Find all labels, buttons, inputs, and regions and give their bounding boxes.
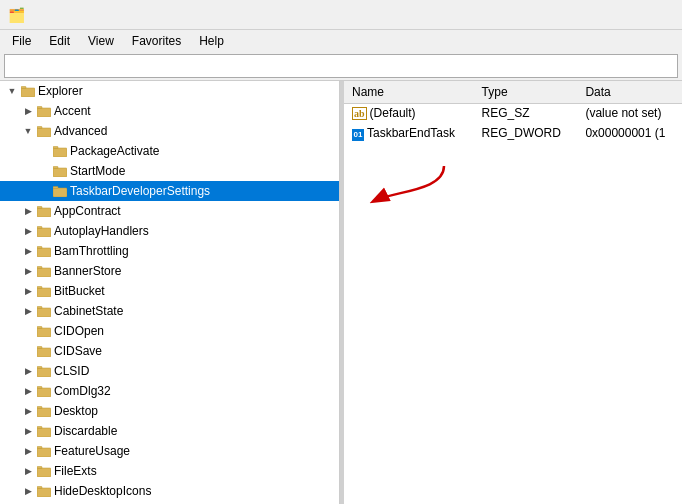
menu-item-view[interactable]: View bbox=[80, 32, 122, 50]
tree-item-taskbardevelopersettings[interactable]: TaskbarDeveloperSettings bbox=[0, 181, 339, 201]
minimize-button[interactable] bbox=[532, 5, 578, 25]
svg-rect-41 bbox=[37, 347, 42, 349]
registry-row-1[interactable]: 01TaskbarEndTask REG_DWORD 0x00000001 (1 bbox=[344, 123, 682, 143]
expand-icon-clsid[interactable] bbox=[20, 363, 36, 379]
svg-rect-45 bbox=[37, 388, 51, 397]
svg-rect-48 bbox=[37, 408, 51, 417]
tree-label-discardable: Discardable bbox=[54, 424, 117, 438]
svg-rect-8 bbox=[37, 127, 42, 129]
tree-item-appcontract[interactable]: AppContract bbox=[0, 201, 339, 221]
expand-icon-cabinetstate[interactable] bbox=[20, 303, 36, 319]
svg-rect-30 bbox=[37, 288, 51, 297]
tree-item-clsid[interactable]: CLSID bbox=[0, 361, 339, 381]
svg-rect-59 bbox=[37, 467, 42, 469]
tree-item-discardable[interactable]: Discardable bbox=[0, 421, 339, 441]
svg-rect-5 bbox=[37, 107, 42, 109]
svg-rect-15 bbox=[53, 188, 67, 197]
tree-item-bamthrottling[interactable]: BamThrottling bbox=[0, 241, 339, 261]
title-bar: 🗂️ bbox=[0, 0, 682, 30]
expand-icon-comdlg32[interactable] bbox=[20, 383, 36, 399]
expand-icon-accent[interactable] bbox=[20, 103, 36, 119]
reg-name-0: ab(Default) bbox=[344, 103, 474, 123]
folder-icon-taskbardevelopersettings bbox=[52, 183, 68, 199]
expand-icon-hidedesktopicons[interactable] bbox=[20, 483, 36, 499]
svg-rect-11 bbox=[53, 147, 58, 149]
svg-rect-2 bbox=[21, 87, 26, 89]
tree-item-explorer[interactable]: Explorer bbox=[0, 81, 339, 101]
svg-rect-24 bbox=[37, 248, 51, 257]
col-data: Data bbox=[577, 81, 682, 103]
reg-type-0: REG_SZ bbox=[474, 103, 578, 123]
folder-icon-explorer bbox=[20, 83, 36, 99]
expand-icon-bannerstore[interactable] bbox=[20, 263, 36, 279]
tree-label-advanced: Advanced bbox=[54, 124, 107, 138]
folder-icon-packageactivate bbox=[52, 143, 68, 159]
svg-rect-57 bbox=[37, 468, 51, 477]
tree-item-advanced[interactable]: Advanced bbox=[0, 121, 339, 141]
tree-item-fileexts[interactable]: FileExts bbox=[0, 461, 339, 481]
expand-icon-appcontract[interactable] bbox=[20, 203, 36, 219]
tree-item-hidedesktopicons[interactable]: HideDesktopIcons bbox=[0, 481, 339, 501]
folder-icon-clsid bbox=[36, 363, 52, 379]
svg-rect-62 bbox=[37, 487, 42, 489]
maximize-button[interactable] bbox=[580, 5, 626, 25]
expand-icon-explorer[interactable] bbox=[4, 83, 20, 99]
tree-label-fileexts: FileExts bbox=[54, 464, 97, 478]
reg-data-0: (value not set) bbox=[577, 103, 682, 123]
tree-label-hidedesktopicons: HideDesktopIcons bbox=[54, 484, 151, 498]
tree-item-featureusage[interactable]: FeatureUsage bbox=[0, 441, 339, 461]
tree-item-bitbucket[interactable]: BitBucket bbox=[0, 281, 339, 301]
menu-item-file[interactable]: File bbox=[4, 32, 39, 50]
expand-icon-bitbucket[interactable] bbox=[20, 283, 36, 299]
svg-rect-17 bbox=[53, 187, 58, 189]
tree-label-packageactivate: PackageActivate bbox=[70, 144, 159, 158]
svg-rect-56 bbox=[37, 447, 42, 449]
folder-icon-discardable bbox=[36, 423, 52, 439]
svg-rect-27 bbox=[37, 268, 51, 277]
svg-rect-50 bbox=[37, 407, 42, 409]
folder-icon-appcontract bbox=[36, 203, 52, 219]
dword-icon: 01 bbox=[352, 129, 364, 141]
tree-item-startmode[interactable]: StartMode bbox=[0, 161, 339, 181]
svg-rect-9 bbox=[53, 148, 67, 157]
tree-panel[interactable]: Explorer Accent Advanced PackageActivate bbox=[0, 81, 340, 504]
tree-item-comdlg32[interactable]: ComDlg32 bbox=[0, 381, 339, 401]
reg-type-1: REG_DWORD bbox=[474, 123, 578, 143]
tree-label-bamthrottling: BamThrottling bbox=[54, 244, 129, 258]
tree-item-bannerstore[interactable]: BannerStore bbox=[0, 261, 339, 281]
svg-rect-36 bbox=[37, 328, 51, 337]
folder-icon-accent bbox=[36, 103, 52, 119]
menu-item-favorites[interactable]: Favorites bbox=[124, 32, 189, 50]
tree-item-cidsave[interactable]: CIDSave bbox=[0, 341, 339, 361]
expand-icon-discardable[interactable] bbox=[20, 423, 36, 439]
menu-item-edit[interactable]: Edit bbox=[41, 32, 78, 50]
tree-label-cidopen: CIDOpen bbox=[54, 324, 104, 338]
tree-item-autoplayhandlers[interactable]: AutoplayHandlers bbox=[0, 221, 339, 241]
folder-icon-cidopen bbox=[36, 323, 52, 339]
svg-rect-20 bbox=[37, 207, 42, 209]
expand-icon-featureusage[interactable] bbox=[20, 443, 36, 459]
address-bar[interactable] bbox=[4, 54, 678, 78]
expand-icon-desktop[interactable] bbox=[20, 403, 36, 419]
ab-icon: ab bbox=[352, 107, 367, 120]
expand-icon-bamthrottling[interactable] bbox=[20, 243, 36, 259]
expand-icon-advanced[interactable] bbox=[20, 123, 36, 139]
svg-rect-54 bbox=[37, 448, 51, 457]
tree-label-startmode: StartMode bbox=[70, 164, 125, 178]
tree-item-cidopen[interactable]: CIDOpen bbox=[0, 321, 339, 341]
svg-rect-0 bbox=[21, 88, 35, 97]
tree-label-accent: Accent bbox=[54, 104, 91, 118]
tree-item-packageactivate[interactable]: PackageActivate bbox=[0, 141, 339, 161]
expand-icon-fileexts[interactable] bbox=[20, 463, 36, 479]
close-button[interactable] bbox=[628, 5, 674, 25]
tree-item-cabinetstate[interactable]: CabinetState bbox=[0, 301, 339, 321]
registry-row-0[interactable]: ab(Default) REG_SZ (value not set) bbox=[344, 103, 682, 123]
tree-item-desktop[interactable]: Desktop bbox=[0, 401, 339, 421]
tree-label-explorer: Explorer bbox=[38, 84, 83, 98]
tree-item-accent[interactable]: Accent bbox=[0, 101, 339, 121]
svg-rect-14 bbox=[53, 167, 58, 169]
expand-icon-autoplayhandlers[interactable] bbox=[20, 223, 36, 239]
svg-rect-39 bbox=[37, 348, 51, 357]
tree-label-cidsave: CIDSave bbox=[54, 344, 102, 358]
menu-item-help[interactable]: Help bbox=[191, 32, 232, 50]
